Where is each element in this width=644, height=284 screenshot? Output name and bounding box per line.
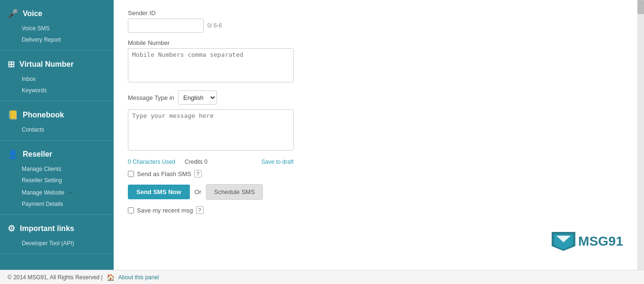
save-draft-link[interactable]: Save to draft xyxy=(261,159,294,165)
sidebar-category-label-phonebook: Phonebook xyxy=(23,111,64,119)
sidebar-item-voice-sms[interactable]: Voice SMS xyxy=(0,23,114,34)
message-group xyxy=(128,109,623,152)
sidebar-category-voice[interactable]: 🎤 Voice xyxy=(0,5,114,23)
save-recent-help-badge[interactable]: ? xyxy=(196,206,204,214)
scrollbar-thumb[interactable] xyxy=(637,0,644,14)
sidebar-item-delivery-report[interactable]: Delivery Report xyxy=(0,34,114,45)
sidebar-category-label-voice: Voice xyxy=(23,9,43,18)
sidebar-item-inbox[interactable]: Inbox xyxy=(0,73,114,85)
sidebar-section-voice: 🎤 Voice Voice SMS Delivery Report xyxy=(0,0,114,51)
grid-icon: ⊞ xyxy=(8,59,15,70)
logo-area: MSG91 xyxy=(552,232,623,251)
mobile-number-label: Mobile Number xyxy=(128,39,623,46)
save-recent-row: Save my recent msg ? xyxy=(128,206,623,214)
sidebar-section-reseller: 👤 Reseller Manage Clients Reseller Setti… xyxy=(0,141,114,215)
logo-icon xyxy=(552,232,575,251)
microphone-icon: 🎤 xyxy=(8,9,18,19)
sidebar-item-payment-details[interactable]: Payment Details xyxy=(0,198,114,210)
sidebar-category-reseller[interactable]: 👤 Reseller xyxy=(0,145,114,163)
footer: © 2014 MSG91, All Rights Reserved | 🏠 Ab… xyxy=(0,270,644,284)
arrow-icon: ← xyxy=(68,188,74,196)
sidebar-category-label-virtual-number: Virtual Number xyxy=(19,60,73,69)
sender-id-label: Sender ID xyxy=(128,9,623,17)
sidebar-section-phonebook: 📒 Phonebook Contacts xyxy=(0,101,114,141)
person-icon: 👤 xyxy=(8,149,18,160)
sidebar-item-contacts[interactable]: Contacts xyxy=(0,124,114,135)
sidebar-section-important-links: ⚙ Important links Developer Tool (API) xyxy=(0,215,114,254)
flag-icon: 🏠 xyxy=(107,274,115,281)
mobile-number-group: Mobile Number xyxy=(128,39,623,84)
sidebar-item-reseller-setting[interactable]: Reseller Setting xyxy=(0,175,114,186)
gear-icon: ⚙ xyxy=(8,223,15,234)
sender-id-input[interactable] xyxy=(128,18,204,33)
logo-text: MSG91 xyxy=(578,234,623,249)
chars-used: 0 Characters Used xyxy=(128,159,175,165)
or-label: Or xyxy=(195,188,201,195)
send-sms-button[interactable]: Send SMS Now xyxy=(128,185,190,199)
message-type-select[interactable]: English Unicode xyxy=(178,90,217,105)
message-input[interactable] xyxy=(128,109,294,151)
flash-sms-row: Send as Flash SMS ? xyxy=(128,170,623,178)
sidebar-category-label-reseller: Reseller xyxy=(23,150,52,159)
message-type-label: Message Type in xyxy=(128,94,174,101)
sidebar-item-keywords[interactable]: Keywords xyxy=(0,85,114,96)
flash-sms-checkbox[interactable] xyxy=(128,171,134,177)
sender-id-row: 0/ 6-6 xyxy=(128,18,623,33)
credits: Credits 0 xyxy=(185,159,207,165)
content-area: Sender ID 0/ 6-6 Mobile Number Message T… xyxy=(114,0,637,270)
flash-sms-help-badge[interactable]: ? xyxy=(194,170,202,178)
sender-id-count: 0/ 6-6 xyxy=(207,22,222,29)
flash-sms-label: Send as Flash SMS xyxy=(137,170,191,178)
scrollbar[interactable] xyxy=(637,0,644,270)
sidebar-category-important-links[interactable]: ⚙ Important links xyxy=(0,220,114,238)
mobile-number-input[interactable] xyxy=(128,48,294,82)
sidebar-item-developer-tool[interactable]: Developer Tool (API) xyxy=(0,238,114,249)
message-type-row: Message Type in English Unicode xyxy=(128,90,623,105)
sidebar-item-manage-clients[interactable]: Manage Clients xyxy=(0,163,114,175)
sidebar-category-phonebook[interactable]: 📒 Phonebook xyxy=(0,106,114,124)
sidebar-section-virtual-number: ⊞ Virtual Number Inbox Keywords xyxy=(0,51,114,101)
sidebar-item-manage-website[interactable]: Manage Website ← xyxy=(0,186,114,198)
about-panel-link[interactable]: About this panel xyxy=(118,274,159,281)
save-recent-checkbox[interactable] xyxy=(128,207,134,213)
sidebar-category-virtual-number[interactable]: ⊞ Virtual Number xyxy=(0,55,114,73)
sender-id-group: Sender ID 0/ 6-6 xyxy=(128,9,623,33)
schedule-sms-button[interactable]: Schedule SMS xyxy=(206,184,263,200)
copyright-text: © 2014 MSG91, All Rights Reserved | xyxy=(8,274,103,281)
save-recent-label: Save my recent msg xyxy=(137,207,193,214)
sidebar: 🎤 Voice Voice SMS Delivery Report ⊞ Virt… xyxy=(0,0,114,270)
char-info-row: 0 Characters Used Credits 0 Save to draf… xyxy=(128,159,294,165)
sidebar-category-label-important-links: Important links xyxy=(20,224,74,233)
phonebook-icon: 📒 xyxy=(8,110,18,120)
button-row: Send SMS Now Or Schedule SMS xyxy=(128,184,623,200)
